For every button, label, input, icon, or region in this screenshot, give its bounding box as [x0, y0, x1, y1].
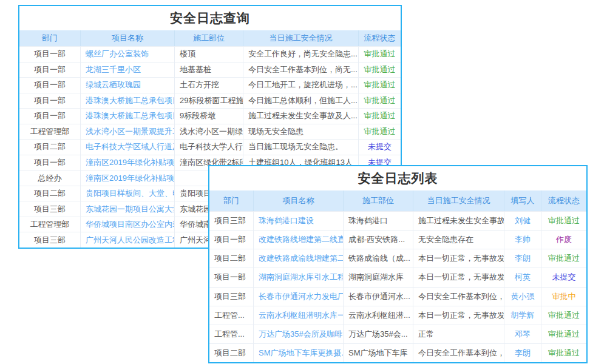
- safety-log-list-panel: 安全日志列表 部门项目名称施工部位当日施工安全情况填写人流程状态 项目三部珠海鹤…: [208, 165, 588, 363]
- table-row: 项目二部电子科技大学区域人行道及非电子科技大学人行道...当日施工现场无安全隐患…: [19, 139, 401, 155]
- department-cell: 项目一部: [19, 47, 80, 62]
- project-name-link[interactable]: 浅水湾小区一期景观提升工程: [80, 124, 174, 140]
- table-row: 工程管理部浅水湾小区一期景观提升工程浅水湾小区一期绿化地现场无安全隐患审批通过: [19, 124, 401, 140]
- department-cell: 项目三部: [209, 212, 253, 230]
- writer-link[interactable]: 黄小强: [504, 288, 541, 306]
- construction-part-cell: 土石方开挖: [174, 78, 243, 93]
- construction-part-cell: 9标段桥墩: [174, 109, 243, 124]
- department-cell: 项目二部: [209, 344, 253, 362]
- department-cell: 项目一部: [19, 93, 80, 109]
- project-name-link[interactable]: 港珠澳大桥施工总承包项目: [80, 93, 174, 109]
- writer-link[interactable]: 邓琴: [504, 325, 541, 343]
- project-name-link[interactable]: 湖南洞庭湖水库引水工程...: [253, 268, 343, 286]
- project-name-link[interactable]: 珠海鹤港口建设: [253, 212, 343, 230]
- construction-part-cell: 地基基桩: [174, 62, 243, 78]
- construction-part-cell: 珠海鹤港口: [343, 212, 413, 230]
- project-name-link[interactable]: 绿城云栖玫瑰园: [80, 78, 174, 93]
- column-header-safety-status: 当日施工安全情况: [413, 190, 504, 211]
- construction-part-cell: 长春市伊通河水...: [343, 288, 413, 306]
- list-table-body: 项目三部珠海鹤港口建设珠海鹤港口施工过程未发生安全事故...刘健审批通过项目一部…: [209, 211, 586, 362]
- project-name-link[interactable]: 万达广场35#会所及咖啡...: [253, 325, 343, 343]
- table-row: 项目三部珠海鹤港口建设珠海鹤港口施工过程未发生安全事故...刘健审批通过: [209, 211, 586, 230]
- table-row: 工程管...万达广场35#会所及咖啡...万达广场35#会...正常邓琴审批通过: [209, 325, 586, 343]
- construction-part-cell: 云南水利枢纽潜...: [343, 306, 413, 325]
- project-name-link[interactable]: 东城花园一期项目公寓大堂 装: [80, 201, 174, 217]
- safety-status-cell: 本日一切正常，无事故发...: [413, 306, 504, 325]
- writer-link[interactable]: 李朗: [504, 344, 541, 362]
- table-row: 项目一部港珠澳大桥施工总承包项目9标段桥墩施工过程未发生安全事故及人...审批通…: [19, 108, 401, 124]
- flow-status-text: 审批通过: [541, 344, 586, 362]
- table-row: 项目三部长春市伊通河水力发电厂...长春市伊通河水...今日安全工作基本到位，.…: [209, 287, 586, 306]
- list-panel-title: 安全日志列表: [209, 166, 586, 190]
- department-cell: 项目三部: [19, 232, 80, 248]
- column-header-construction-part: 施工部位: [343, 190, 413, 211]
- flow-status-text: 审批中: [541, 288, 586, 306]
- column-header-department: 部门: [209, 190, 253, 211]
- project-name-link[interactable]: 改建铁路成渝线增建第二...: [253, 249, 343, 268]
- project-name-link[interactable]: 长春市伊通河水力发电厂...: [253, 288, 343, 306]
- table-row: 项目一部绿城云栖玫瑰园土石方开挖今日工地开工，旋挖机进场，...审批通过: [19, 77, 401, 93]
- column-header-writer: 填写人: [504, 190, 541, 211]
- department-cell: 工程管理部: [19, 124, 80, 140]
- table-row: 项目一部港珠澳大桥施工总承包项目29标段桥面工程施工今日施工总体顺利，但施工人.…: [19, 93, 401, 109]
- writer-link[interactable]: 胡学辉: [504, 306, 541, 325]
- flow-status-text: 审批通过: [541, 325, 586, 343]
- safety-status-cell: 施工过程未发生安全事故及人...: [243, 109, 358, 124]
- department-cell: 工程管...: [209, 306, 253, 325]
- construction-part-cell: 29标段桥面工程施工: [174, 93, 243, 109]
- query-panel-title: 安全日志查询: [19, 6, 401, 30]
- department-cell: 项目一部: [209, 231, 253, 249]
- column-header-flow-status: 流程状态: [541, 190, 586, 211]
- safety-status-cell: 现场无安全隐患: [243, 124, 358, 140]
- flow-status-text: 审批通过: [358, 109, 401, 124]
- construction-part-cell: 湖南洞庭湖水库: [343, 268, 413, 286]
- department-cell: 项目一部: [209, 268, 253, 286]
- project-name-link[interactable]: 龙湖三千里小区: [80, 62, 174, 78]
- project-name-link[interactable]: 螺丝厂办公室装饰: [80, 47, 174, 62]
- column-header-construction-part: 施工部位: [174, 30, 243, 46]
- flow-status-text: 未提交: [358, 140, 401, 155]
- construction-part-cell: 万达广场35#会...: [343, 325, 413, 343]
- safety-status-cell: 今日安全工作基本到位，...: [413, 288, 504, 306]
- safety-status-cell: 今日施工总体顺利，但施工人...: [243, 93, 358, 109]
- project-name-link[interactable]: 港珠澳大桥施工总承包项目: [80, 109, 174, 124]
- construction-part-cell: 楼顶: [174, 47, 243, 62]
- project-name-link[interactable]: 贵阳项目样板间、大堂、电梯: [80, 186, 174, 201]
- project-name-link[interactable]: SM广场地下车库更换摄...: [253, 344, 343, 362]
- construction-part-cell: 成都-西安铁路...: [343, 231, 413, 249]
- project-name-link[interactable]: 云南水利枢纽潜明水库一...: [253, 306, 343, 325]
- project-name-link[interactable]: 电子科技大学区域人行道及非: [80, 140, 174, 155]
- safety-status-cell: 安全工作良好，尚无安全隐患...: [243, 47, 358, 62]
- project-name-link[interactable]: 改建铁路线增建第二线直...: [253, 231, 343, 249]
- safety-status-cell: 今日安全工作基本到位，...: [413, 344, 504, 362]
- flow-status-text: 审批通过: [358, 62, 401, 78]
- column-header-flow-status: 流程状态: [358, 30, 401, 46]
- flow-status-text: 审批通过: [541, 249, 586, 268]
- department-cell: 项目一部: [19, 62, 80, 78]
- column-header-department: 部门: [19, 30, 80, 46]
- safety-status-cell: 施工过程未发生安全事故...: [413, 212, 504, 230]
- department-cell: 项目三部: [19, 201, 80, 217]
- department-cell: 项目二部: [19, 186, 80, 201]
- writer-link[interactable]: 柯英: [504, 268, 541, 286]
- project-name-link[interactable]: 华侨城项目南区办公室内装修: [80, 217, 174, 232]
- flow-status-text: 审批通过: [541, 212, 586, 230]
- column-header-safety-status: 当日施工安全情况: [243, 30, 358, 46]
- writer-link[interactable]: 李帅: [504, 231, 541, 249]
- flow-status-text: 审批通过: [358, 47, 401, 62]
- construction-part-cell: 浅水湾小区一期绿化地: [174, 124, 243, 140]
- table-row: 项目一部湖南洞庭湖水库引水工程...湖南洞庭湖水库本日一切正常，无事故发...柯…: [209, 268, 586, 286]
- flow-status-text: 审批通过: [358, 124, 401, 140]
- project-name-link[interactable]: 潼南区2019年绿化补贴项目-城: [80, 170, 174, 186]
- department-cell: 工程管理部: [19, 217, 80, 232]
- writer-link[interactable]: 刘健: [504, 212, 541, 230]
- project-name-link[interactable]: 广州天河人民公园改造工程: [80, 232, 174, 248]
- construction-part-cell: SM广场地下车库: [343, 344, 413, 362]
- table-row: 项目二部SM广场地下车库更换摄...SM广场地下车库今日安全工作基本到位，...…: [209, 343, 586, 362]
- project-name-link[interactable]: 潼南区2019年绿化补贴项目-城: [80, 155, 174, 170]
- column-header-project-name: 项目名称: [80, 30, 174, 46]
- department-cell: 项目三部: [209, 288, 253, 306]
- writer-link[interactable]: 李朗: [504, 249, 541, 268]
- column-header-project-name: 项目名称: [253, 190, 343, 211]
- flow-status-text: 审批通过: [358, 78, 401, 93]
